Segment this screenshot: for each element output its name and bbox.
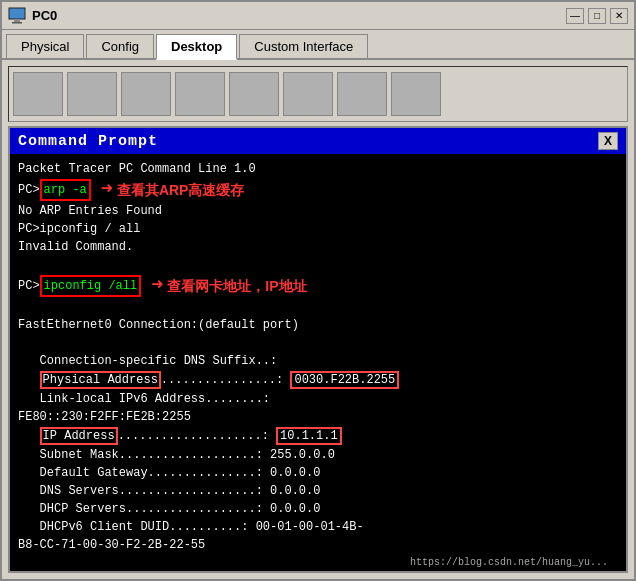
ipconfig-line-row: PC>ipconfig /all ➜ 查看网卡地址，IP地址 [18, 275, 618, 297]
cmd-line-blank [18, 298, 618, 316]
cmd-line-subnet: Subnet Mask...................: 255.0.0.… [18, 446, 618, 464]
ip-address-value: 10.1.1.1 [276, 427, 342, 445]
window-controls: — □ ✕ [566, 8, 628, 24]
arp-annotation: ➜ 查看其ARP高速缓存 [101, 180, 245, 201]
svg-rect-1 [14, 19, 20, 22]
app-icon-8[interactable] [391, 72, 441, 116]
cmd-line-fe80: FE80::230:F2FF:FE2B:2255 [18, 408, 618, 426]
tab-custom-interface[interactable]: Custom Interface [239, 34, 368, 58]
cmd-line-0: Packet Tracer PC Command Line 1.0 [18, 160, 618, 178]
app-icon-1[interactable] [13, 72, 63, 116]
cmd-line-gateway: Default Gateway...............: 0.0.0.0 [18, 464, 618, 482]
app-icon-6[interactable] [283, 72, 333, 116]
arp-annotation-text: 查看其ARP高速缓存 [117, 180, 245, 201]
minimize-button[interactable]: — [566, 8, 584, 24]
close-button[interactable]: ✕ [610, 8, 628, 24]
tab-config[interactable]: Config [86, 34, 154, 58]
arp-prompt: PC> [18, 181, 40, 199]
cmd-line-duid2: B8-CC-71-00-30-F2-2B-22-55 [18, 536, 618, 554]
cmd-line-dns: Connection-specific DNS Suffix..: [18, 352, 618, 370]
cmd-line-dhcp: DHCP Servers..................: 0.0.0.0 [18, 500, 618, 518]
app-icon-5[interactable] [229, 72, 279, 116]
app-icon-2[interactable] [67, 72, 117, 116]
title-bar-left: PC0 [8, 7, 57, 25]
app-icon-3[interactable] [121, 72, 171, 116]
cmd-body[interactable]: Packet Tracer PC Command Line 1.0 PC>arp… [10, 154, 626, 571]
svg-rect-2 [12, 22, 22, 24]
title-bar: PC0 — □ ✕ [2, 2, 634, 30]
command-prompt-window: Command Prompt X Packet Tracer PC Comman… [8, 126, 628, 573]
app-icon-7[interactable] [337, 72, 387, 116]
cmd-line-link: Link-local IPv6 Address........: [18, 390, 618, 408]
cmd-line-dhcpv6: DHCPv6 Client DUID..........: 00-01-00-0… [18, 518, 618, 536]
tab-physical[interactable]: Physical [6, 34, 84, 58]
cmd-line-3: PC>ipconfig / all [18, 220, 618, 238]
cmd-title-text: Command Prompt [18, 133, 158, 150]
tab-bar: Physical Config Desktop Custom Interface [2, 30, 634, 60]
cmd-line-dns2: DNS Servers...................: 0.0.0.0 [18, 482, 618, 500]
cmd-line-4: Invalid Command. [18, 238, 618, 256]
pc-icon [8, 7, 26, 25]
app-icon-row [8, 66, 628, 122]
cmd-title-bar: Command Prompt X [10, 128, 626, 154]
ipconfig-cmd: ipconfig /all [40, 275, 142, 297]
ipconfig-prompt: PC> [18, 277, 40, 295]
cmd-line-2: No ARP Entries Found [18, 202, 618, 220]
svg-rect-0 [9, 8, 25, 19]
arp-arrow-icon: ➜ [101, 180, 113, 200]
pc0-window: PC0 — □ ✕ Physical Config Desktop Custom… [0, 0, 636, 581]
ipconfig-arrow-icon: ➜ [151, 276, 163, 296]
physical-address-value: 0030.F22B.2255 [290, 371, 399, 389]
watermark: https://blog.csdn.net/huang_yu... [10, 554, 612, 571]
arp-line-row: PC>arp -a ➜ 查看其ARP高速缓存 [18, 179, 618, 201]
window-title: PC0 [32, 8, 57, 23]
ip-address-label: IP Address [40, 427, 118, 445]
maximize-button[interactable]: □ [588, 8, 606, 24]
ipconfig-annotation-text: 查看网卡地址，IP地址 [167, 276, 306, 297]
ip-address-line: IP Address....................: 10.1.1.1 [18, 427, 618, 445]
main-content: Command Prompt X Packet Tracer PC Comman… [2, 60, 634, 579]
physical-address-label: Physical Address [40, 371, 161, 389]
cmd-line-blank2 [18, 334, 618, 352]
app-icon-4[interactable] [175, 72, 225, 116]
physical-address-line: Physical Address................: 0030.F… [18, 371, 618, 389]
cmd-close-button[interactable]: X [598, 132, 618, 150]
tab-desktop[interactable]: Desktop [156, 34, 237, 60]
cmd-line-5 [18, 256, 618, 274]
cmd-line-fe0: FastEthernet0 Connection:(default port) [18, 316, 618, 334]
ipconfig-annotation: ➜ 查看网卡地址，IP地址 [151, 276, 306, 297]
arp-cmd: arp -a [40, 179, 91, 201]
